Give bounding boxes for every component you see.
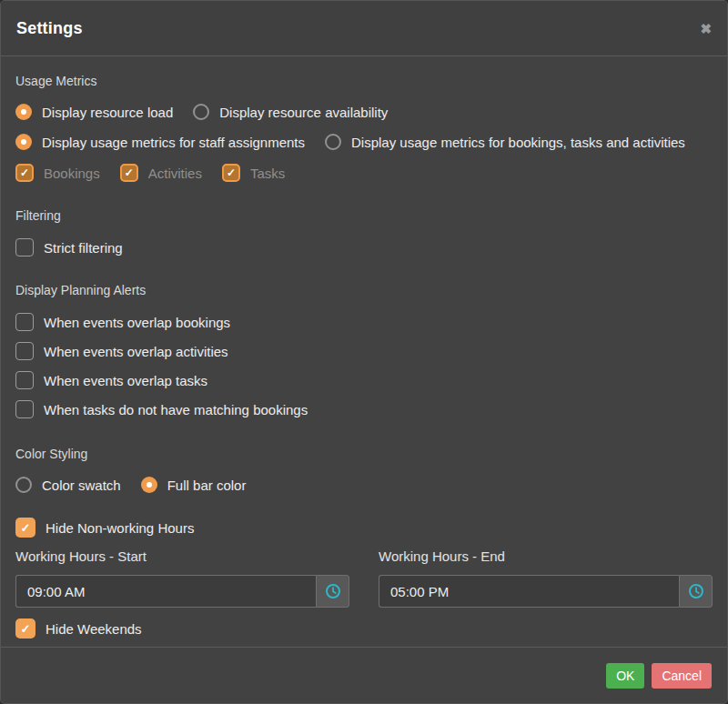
resource-radio-row: Display resource load Display resource a… — [15, 104, 713, 120]
settings-modal: Settings ✖ Usage Metrics Display resourc… — [0, 0, 728, 704]
clock-icon — [325, 583, 341, 599]
time-field — [379, 575, 713, 608]
close-icon[interactable]: ✖ — [700, 22, 712, 35]
working-hours-end-group: Working Hours - End — [379, 548, 713, 608]
modal-header: Settings ✖ — [1, 1, 727, 56]
checkbox-option-overlap-tasks[interactable]: When events overlap tasks — [15, 371, 207, 389]
radio-label: Color swatch — [42, 478, 121, 493]
page-title: Settings — [16, 19, 83, 38]
checkbox-unchecked-icon — [15, 371, 34, 389]
checkbox-option-overlap-bookings[interactable]: When events overlap bookings — [15, 313, 230, 331]
alert-row: When events overlap bookings — [15, 313, 713, 331]
checkbox-option-activities[interactable]: ✓ Activities — [120, 164, 202, 182]
radio-label: Display resource availability — [219, 105, 388, 120]
working-hours-start-clock-button[interactable] — [316, 575, 349, 608]
checkbox-label: Bookings — [44, 166, 100, 181]
time-field — [15, 575, 349, 608]
radio-option-color-swatch[interactable]: Color swatch — [15, 477, 121, 493]
checkbox-label: When events overlap activities — [44, 344, 228, 359]
radio-off-icon — [193, 104, 209, 120]
checkbox-label: When events overlap bookings — [44, 315, 230, 330]
radio-option-display-resource-load[interactable]: Display resource load — [15, 104, 173, 120]
working-hours-end-input[interactable] — [379, 575, 679, 608]
section-title-planning-alerts: Display Planning Alerts — [15, 283, 713, 297]
radio-option-usage-metrics-bookings-tasks-activities[interactable]: Display usage metrics for bookings, task… — [325, 134, 685, 150]
radio-off-icon — [325, 134, 341, 150]
working-hours-end-label: Working Hours - End — [379, 548, 713, 564]
checkbox-option-tasks[interactable]: ✓ Tasks — [222, 164, 285, 182]
checkbox-label: When tasks do not have matching bookings — [44, 402, 308, 417]
radio-on-icon — [15, 134, 32, 150]
radio-on-icon — [141, 477, 157, 493]
checkbox-label: Tasks — [250, 166, 285, 181]
strict-filtering-row: Strict filtering — [15, 238, 713, 256]
radio-option-display-resource-availability[interactable]: Display resource availability — [193, 104, 388, 120]
checkbox-label: Strict filtering — [44, 240, 123, 256]
modal-footer: OK Cancel — [1, 647, 727, 703]
radio-label: Display usage metrics for staff assignme… — [42, 135, 305, 150]
checkbox-label: When events overlap tasks — [44, 373, 207, 388]
section-title-usage-metrics: Usage Metrics — [15, 74, 713, 88]
working-hours-start-input[interactable] — [15, 575, 316, 608]
checkbox-label: Hide Weekends — [46, 621, 142, 637]
hide-weekends-row: ✓ Hide Weekends — [15, 619, 713, 639]
checkbox-label: Activities — [148, 166, 202, 181]
checkbox-option-bookings[interactable]: ✓ Bookings — [15, 164, 100, 182]
working-hours-row: Working Hours - Start Working Hours - En… — [15, 548, 713, 608]
modal-body: Usage Metrics Display resource load Disp… — [1, 56, 727, 647]
checkbox-checked-icon: ✓ — [15, 619, 35, 639]
checkbox-option-hide-nonworking-hours[interactable]: ✓ Hide Non-working Hours — [15, 518, 194, 538]
checkbox-checked-icon: ✓ — [120, 164, 138, 182]
working-hours-start-group: Working Hours - Start — [15, 548, 349, 608]
working-hours-end-clock-button[interactable] — [679, 575, 713, 608]
checkbox-label: Hide Non-working Hours — [46, 520, 194, 536]
clock-icon — [688, 583, 704, 599]
color-styling-row: Color swatch Full bar color — [15, 477, 713, 493]
section-title-color-styling: Color Styling — [15, 447, 713, 461]
section-title-filtering: Filtering — [15, 208, 713, 223]
checkbox-option-overlap-activities[interactable]: When events overlap activities — [15, 342, 228, 360]
entity-checkbox-row: ✓ Bookings ✓ Activities ✓ Tasks — [15, 164, 713, 182]
working-hours-start-label: Working Hours - Start — [15, 548, 349, 564]
checkbox-option-tasks-no-matching-bookings[interactable]: When tasks do not have matching bookings — [15, 400, 308, 418]
checkbox-unchecked-icon — [15, 400, 34, 418]
checkbox-option-strict-filtering[interactable]: Strict filtering — [15, 238, 123, 256]
alert-row: When events overlap tasks — [15, 371, 713, 389]
radio-label: Display resource load — [42, 105, 173, 120]
ok-button[interactable]: OK — [606, 663, 644, 689]
checkbox-unchecked-icon — [15, 342, 34, 360]
alert-row: When tasks do not have matching bookings — [15, 400, 713, 418]
radio-option-full-bar-color[interactable]: Full bar color — [141, 477, 247, 493]
cancel-button[interactable]: Cancel — [652, 663, 712, 689]
radio-label: Full bar color — [167, 478, 247, 493]
checkbox-checked-icon: ✓ — [222, 164, 240, 182]
radio-off-icon — [15, 477, 32, 493]
checkbox-checked-icon: ✓ — [15, 164, 34, 182]
metrics-radio-row: Display usage metrics for staff assignme… — [15, 134, 713, 150]
checkbox-checked-icon: ✓ — [15, 518, 35, 538]
checkbox-unchecked-icon — [15, 313, 34, 331]
hide-nonworking-row: ✓ Hide Non-working Hours — [15, 518, 713, 538]
checkbox-option-hide-weekends[interactable]: ✓ Hide Weekends — [15, 619, 142, 639]
radio-option-usage-metrics-staff-assignments[interactable]: Display usage metrics for staff assignme… — [15, 134, 305, 150]
checkbox-unchecked-icon — [15, 238, 34, 256]
radio-label: Display usage metrics for bookings, task… — [351, 135, 685, 150]
alert-row: When events overlap activities — [15, 342, 713, 360]
radio-on-icon — [15, 104, 32, 120]
